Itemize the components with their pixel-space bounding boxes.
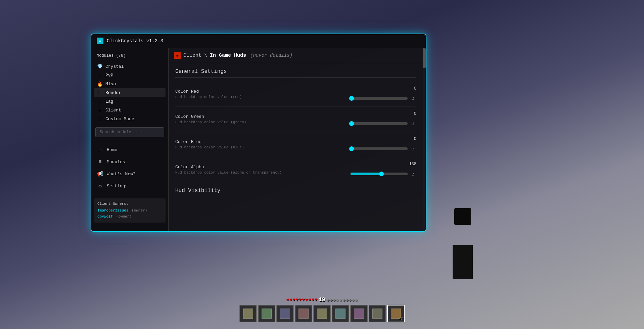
setting-name-color-green: Color Green [175,114,349,119]
slot-icon-1 [243,309,253,319]
reset-btn-color-green[interactable]: ↺ [410,120,416,127]
slider-row-color-blue: ↺ [351,145,416,152]
search-wrapper [95,127,164,137]
slider-track-color-alpha[interactable] [351,173,408,175]
sidebar-modules-title: Modules (78) [94,52,166,59]
general-settings-header: General Settings [175,68,416,78]
hotbar-slot-2[interactable] [258,305,275,322]
hotbar-slot-9[interactable]: 47 [387,305,405,322]
app-logo: ◇ [97,38,103,44]
scrollbar-thumb[interactable] [423,48,426,68]
title-bar: ◇ ClickCrystals v1.2.3 [91,34,426,48]
slot-icon-2 [262,309,272,319]
slot-icon-7 [354,309,364,319]
sidebar-item-pvp[interactable]: ⚔ PvP [94,71,166,80]
modules-nav-icon: ≡ [97,158,103,165]
sidebar-item-client[interactable]: ❋ Client [94,106,166,114]
whats-new-nav-icon: 📢 [97,171,103,177]
hotbar-slot-3[interactable] [276,305,294,322]
slider-thumb-color-green[interactable] [349,121,354,126]
settings-area: General Settings Color Red Hud backdrop … [169,63,423,231]
breadcrumb-hint: (hover details) [250,53,292,58]
slot-icon-6 [335,309,346,319]
client-label: Client [105,108,121,113]
hotbar-slot-8[interactable] [369,305,386,322]
sidebar-item-miso[interactable]: 🔥 Miso [94,80,166,88]
sidebar-item-custommade[interactable]: ⬡ Custom Made [94,114,166,123]
hotbar-slot-7[interactable] [350,305,368,322]
breadcrumb-current: In Game Huds [210,53,246,58]
slider-thumb-color-alpha[interactable] [379,172,384,176]
setting-control-color-red: 0 ↺ [349,86,416,102]
mob-body [453,245,473,279]
gui-panel: ◇ ClickCrystals v1.2.3 Modules (78) 💎 Cr… [91,34,426,232]
slider-track-color-blue[interactable] [351,147,408,150]
nav-item-modules[interactable]: ≡ Modules [94,156,166,168]
setting-row-color-green: Color Green Hud backdrop color value (gr… [175,107,416,132]
owner1-role: (owner), [132,208,149,213]
reset-btn-color-alpha[interactable]: ↺ [410,171,416,177]
game-hud: ♥ ♥ ♥ ♥ ♥ ♥ ♥ ♥ ♥ ♥ 19 ◈ ◈ ◈ ◈ ◈ ◈ ◈ ◈ ◈… [0,238,644,329]
search-input[interactable] [95,127,164,137]
setting-row-color-red: Color Red Hud backdrop color value (red)… [175,82,416,107]
armor-display: ◈ ◈ ◈ ◈ ◈ ◈ ◈ ◈ ◈ ◈ [326,297,358,303]
hotbar: 47 [239,305,405,322]
nav-item-whats-new[interactable]: 📢 What's New? [94,168,166,180]
pvp-label: PvP [105,73,113,78]
slider-thumb-color-blue[interactable] [349,146,354,151]
sidebar: Modules (78) 💎 Crystal ⚔ PvP 🔥 Miso □ Re… [91,48,169,231]
sidebar-item-crystal[interactable]: 💎 Crystal [94,62,166,71]
scrollbar-track[interactable] [423,48,426,231]
miso-label: Miso [105,82,116,87]
slot-icon-8 [372,309,382,319]
slider-track-color-green[interactable] [351,122,408,125]
logo-symbol: ◇ [99,39,101,43]
breadcrumb-parent: Client [183,53,201,58]
owners-title: Client Owners: [97,202,162,206]
setting-desc-color-red: Hud backdrop color value (red) [175,95,349,99]
owner1-name: ImproperIssues [97,208,128,213]
lag-label: Lag [105,99,113,104]
hotbar-slot-4[interactable] [295,305,312,322]
reset-btn-color-blue[interactable]: ↺ [410,145,416,152]
sidebar-item-render[interactable]: □ Render [94,88,166,97]
setting-desc-color-alpha: Hud backdrop color value (alpha or trans… [175,171,349,175]
miso-icon: 🔥 [97,81,103,87]
owner2-role: (owner) [116,215,132,219]
owners-list: ImproperIssues (owner), obvWolf (owner) [97,207,162,219]
hearts-row: ♥ ♥ ♥ ♥ ♥ ♥ ♥ ♥ ♥ ♥ 19 ◈ ◈ ◈ ◈ ◈ ◈ ◈ ◈ ◈… [286,297,358,303]
module-list: 💎 Crystal ⚔ PvP 🔥 Miso □ Render ✏ Lag ❋ … [94,62,166,123]
slot-icon-3 [280,309,290,319]
client-icon: ❋ [97,107,103,113]
nav-item-settings[interactable]: ⚙ Settings [94,180,166,192]
hotbar-slot-1[interactable] [239,305,257,322]
whats-new-nav-label: What's New? [107,172,136,177]
pvp-icon: ⚔ [97,72,103,78]
slider-track-color-red[interactable] [351,97,408,100]
setting-row-color-alpha: Color Alpha Hud backdrop color value (al… [175,157,416,182]
nav-item-home[interactable]: ⌂ Home [94,144,166,155]
slider-value-color-alpha: 138 [409,162,416,167]
setting-info-color-blue: Color Blue Hud backdrop color value (blu… [175,139,349,149]
slider-row-color-green: ↺ [351,120,416,127]
nav-section: ⌂ Home ≡ Modules 📢 What's New? ⚙ Setting… [94,144,166,192]
setting-info-color-red: Color Red Hud backdrop color value (red) [175,89,349,99]
main-content: Modules (78) 💎 Crystal ⚔ PvP 🔥 Miso □ Re… [91,48,426,231]
mob-head [454,208,471,225]
slider-row-color-red: ↺ [351,95,416,102]
setting-control-color-green: 0 ↺ [349,111,416,127]
setting-name-color-blue: Color Blue [175,139,349,144]
owner2-name: obvWolf [97,215,113,219]
setting-control-color-blue: 0 ↺ [349,137,416,152]
hotbar-slot-6[interactable] [332,305,349,322]
home-nav-icon: ⌂ [97,146,103,153]
app-title: ClickCrystals v1.2.3 [107,38,163,44]
slider-thumb-color-red[interactable] [349,96,354,101]
mob-silhouette [443,208,483,282]
sidebar-item-lag[interactable]: ✏ Lag [94,97,166,106]
reset-btn-color-red[interactable]: ↺ [410,95,416,102]
breadcrumb-separator: \ [204,53,207,58]
slider-value-color-red: 0 [414,86,416,91]
hotbar-slot-5[interactable] [313,305,331,322]
render-label: Render [105,90,121,95]
